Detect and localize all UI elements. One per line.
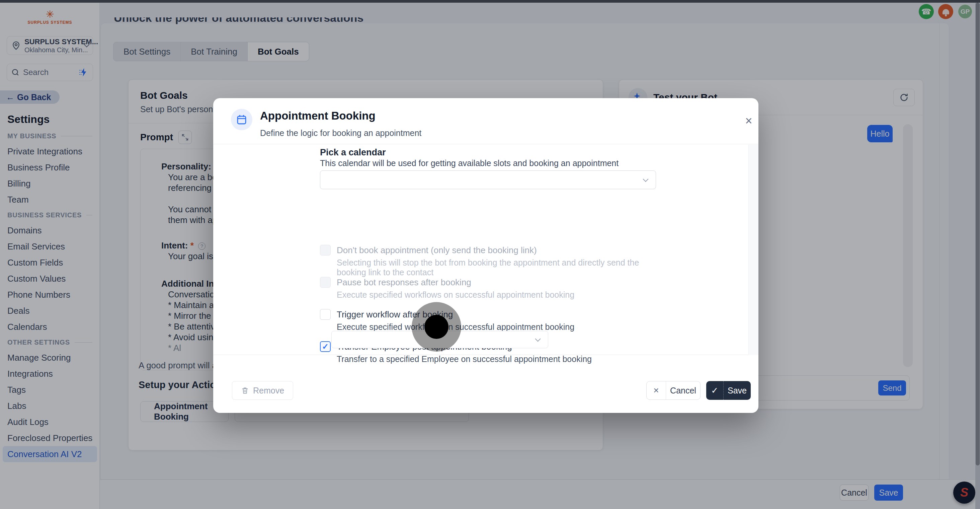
chevron-down-icon [535,336,541,342]
checkbox-trigger-workflow[interactable] [320,309,331,320]
modal-save-button[interactable]: ✓ Save [706,381,751,400]
check-icon: ✓ [322,342,329,351]
remove-label: Remove [253,386,284,396]
option-label: Don't book appointment (only send the bo… [337,245,537,255]
modal-subtitle: Define the logic for booking an appointm… [260,128,422,138]
checkbox-transfer-employee[interactable]: ✓ [320,341,331,352]
chevron-down-icon [643,177,649,182]
checkbox-pause-bot[interactable] [320,277,331,288]
save-label: Save [724,386,751,396]
remove-button[interactable]: Remove [232,381,293,400]
cancel-x-icon: × [647,381,666,399]
cancel-label: Cancel [666,386,700,396]
calendar-icon-circle [231,109,252,130]
cursor-dot [425,315,449,339]
modal-scrollbar-gutter[interactable] [748,145,759,355]
close-icon[interactable]: × [741,113,757,129]
modal-title: Appointment Booking [260,110,375,122]
option-dont-book: Don't book appointment (only send the bo… [320,245,658,277]
option-desc: Execute specified workflows on successfu… [337,322,658,332]
trash-icon [241,386,249,394]
save-check-icon: ✓ [706,381,724,400]
checkbox-dont-book[interactable] [320,245,331,255]
option-desc: Execute specified workflows on successfu… [337,290,658,300]
pick-calendar-desc: This calendar will be used for getting a… [320,158,619,168]
option-desc: Selecting this will stop the bot from bo… [337,258,658,277]
option-pause-bot: Pause bot responses after booking Execut… [320,277,658,300]
option-label: Pause bot responses after booking [337,277,471,288]
cursor-highlight-ring [412,302,461,352]
modal-footer: Remove × Cancel ✓ Save [213,355,759,413]
modal-body: Pick a calendar This calendar will be us… [213,144,759,355]
appointment-booking-modal: Appointment Booking Define the logic for… [213,98,759,413]
pick-calendar-label: Pick a calendar [320,147,386,158]
modal-cancel-button[interactable]: × Cancel [646,381,700,400]
option-trigger-workflow: Trigger workflow after booking Execute s… [320,309,658,332]
calendar-icon [236,114,247,125]
calendar-select[interactable] [320,171,656,189]
